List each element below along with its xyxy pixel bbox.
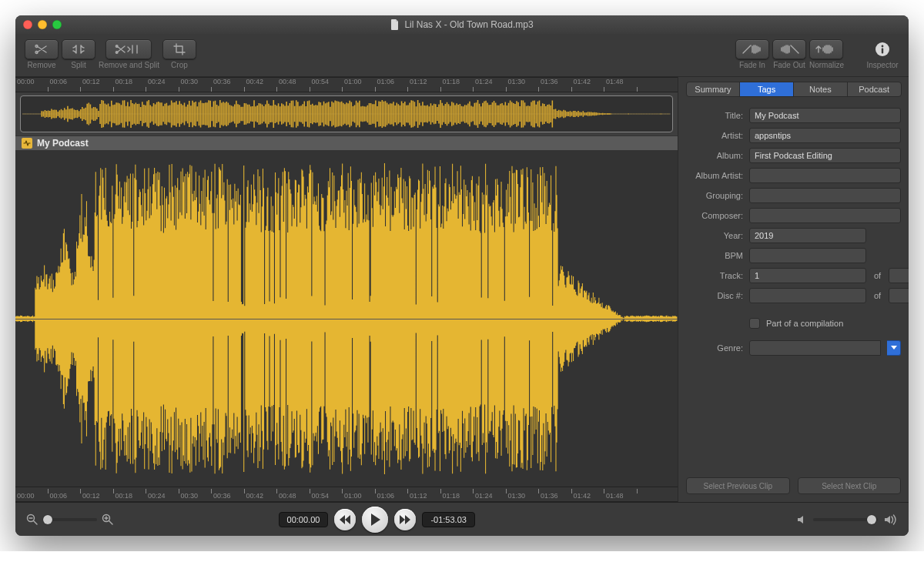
compilation-checkbox[interactable]	[749, 318, 760, 329]
bpm-field[interactable]	[749, 248, 866, 263]
remaining-time-display: -01:53.03	[422, 512, 474, 527]
traffic-lights	[23, 20, 62, 29]
genre-dropdown-button[interactable]	[887, 340, 901, 356]
scissors-split-icon	[115, 44, 142, 55]
fade-in-button[interactable]: Fade In	[735, 39, 769, 69]
title-field[interactable]	[749, 108, 901, 123]
svg-line-5	[34, 520, 38, 524]
svg-rect-2	[882, 49, 883, 54]
tab-tags[interactable]: Tags	[740, 82, 794, 96]
normalize-icon	[815, 44, 837, 55]
rewind-button[interactable]	[334, 509, 356, 530]
minimize-window-button[interactable]	[38, 20, 47, 29]
select-previous-clip-button[interactable]: Select Previous Clip	[686, 477, 790, 494]
zoom-out-icon[interactable]	[26, 513, 38, 526]
inspector-nav: Select Previous Clip Select Next Clip	[678, 470, 909, 502]
content-area: 00:0000:0600:1200:1800:2400:3000:3600:42…	[15, 77, 909, 502]
scissors-icon	[35, 44, 49, 55]
volume-control	[796, 514, 898, 525]
zoom-slider[interactable]	[43, 518, 97, 521]
main-waveform[interactable]	[15, 151, 678, 487]
disc-number-field[interactable]	[749, 288, 866, 303]
fast-forward-button[interactable]	[394, 509, 416, 530]
grouping-field[interactable]	[749, 188, 901, 203]
inspector-tabs: Summary Tags Notes Podcast	[686, 82, 902, 97]
disc-total-field[interactable]	[889, 288, 909, 303]
album-field[interactable]	[749, 148, 901, 163]
chevron-down-icon	[891, 346, 897, 350]
inspector-button[interactable]: Inspector	[865, 39, 899, 69]
timeline-ruler-top[interactable]: 00:0000:0600:1200:1800:2400:3000:3600:42…	[15, 77, 678, 92]
fade-out-icon	[778, 44, 800, 55]
volume-high-icon	[884, 514, 898, 525]
window-title-text: Lil Nas X - Old Town Road.mp3	[404, 19, 533, 30]
tags-form: Title: Artist: Album: Album Artist: Grou…	[678, 103, 909, 360]
close-window-button[interactable]	[23, 20, 32, 29]
app-window: Lil Nas X - Old Town Road.mp3 Remove Spl…	[15, 15, 909, 536]
album-artist-field[interactable]	[749, 168, 901, 183]
crop-button[interactable]: Crop	[162, 39, 196, 69]
composer-field[interactable]	[749, 208, 901, 223]
remove-and-split-button[interactable]: Remove and Split	[99, 39, 159, 69]
timeline-ruler-bottom[interactable]: 00:0000:0600:1200:1800:2400:3000:3600:42…	[15, 487, 678, 502]
svg-point-1	[882, 45, 884, 48]
normalize-button[interactable]: Normalize	[809, 39, 844, 69]
playback-controls: 00:00.00 -01:53.03	[279, 507, 475, 533]
remove-button[interactable]: Remove	[25, 39, 59, 69]
zoom-window-button[interactable]	[52, 20, 62, 29]
svg-line-8	[109, 520, 113, 524]
editor-pane: 00:0000:0600:1200:1800:2400:3000:3600:42…	[15, 77, 678, 502]
track-total-field[interactable]	[889, 268, 909, 283]
split-icon	[72, 44, 85, 55]
select-next-clip-button[interactable]: Select Next Clip	[798, 477, 902, 494]
titlebar: Lil Nas X - Old Town Road.mp3	[15, 15, 909, 34]
play-button[interactable]	[362, 507, 388, 533]
volume-low-icon	[796, 514, 807, 525]
inspector-panel: Summary Tags Notes Podcast Title: Artist…	[678, 77, 909, 502]
overview-wave-svg	[22, 98, 671, 130]
crop-icon	[173, 43, 186, 55]
fade-in-icon	[742, 44, 763, 55]
artist-field[interactable]	[749, 128, 901, 143]
zoom-in-icon[interactable]	[102, 513, 114, 526]
clip-name: My Podcast	[37, 138, 89, 149]
overview-waveform[interactable]	[20, 95, 673, 132]
track-number-field[interactable]	[749, 268, 866, 283]
volume-slider[interactable]	[813, 518, 878, 521]
clip-header[interactable]: My Podcast	[15, 135, 678, 151]
transport-bar: 00:00.00 -01:53.03	[15, 502, 909, 536]
info-icon	[874, 41, 891, 58]
fade-out-button[interactable]: Fade Out	[772, 39, 806, 69]
tab-notes[interactable]: Notes	[794, 82, 848, 96]
toolbar: Remove Split Remove and Split Crop Fade …	[15, 34, 909, 77]
tab-summary[interactable]: Summary	[687, 82, 741, 96]
tab-podcast[interactable]: Podcast	[848, 82, 901, 96]
window-title: Lil Nas X - Old Town Road.mp3	[390, 19, 533, 30]
genre-field[interactable]	[749, 340, 881, 356]
split-button[interactable]: Split	[62, 39, 95, 69]
clip-icon	[22, 138, 32, 149]
current-time-display: 00:00.00	[279, 512, 329, 527]
compilation-label: Part of a compilation	[766, 319, 843, 328]
zoom-control	[26, 513, 114, 526]
document-icon	[390, 19, 400, 30]
year-field[interactable]	[749, 228, 866, 243]
